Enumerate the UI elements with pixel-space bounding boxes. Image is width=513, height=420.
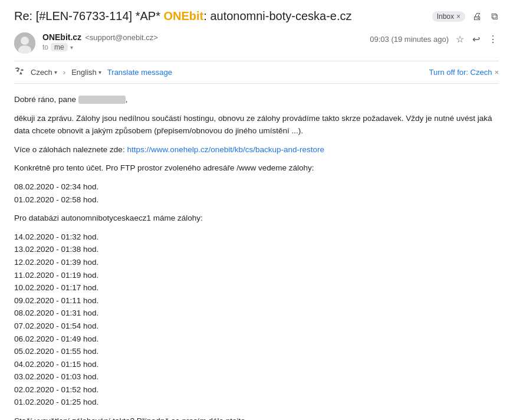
db-backup-item: 03.02.2020 - 01:03 hod. [14, 370, 499, 383]
db-backup-item: 13.02.2020 - 01:38 hod. [14, 243, 499, 256]
backup-restore-link[interactable]: https://www.onehelp.cz/onebit/kb/cs/back… [127, 145, 324, 154]
inbox-close-icon[interactable]: × [456, 12, 461, 21]
subject-icons: 🖨 ⧉ [471, 10, 499, 23]
greeting-text: Dobré ráno, pane [14, 95, 76, 104]
to-label: to [42, 43, 48, 51]
sender-info: ONEbit.cz <support@onebit.cz> to me ▾ [42, 32, 363, 51]
ftp-backup-list: 08.02.2020 - 02:34 hod.01.02.2020 - 02:5… [14, 181, 499, 206]
email-container: Re: [#LEN-76733-114] *AP* ONEbit: autono… [0, 0, 513, 420]
subject-row: Re: [#LEN-76733-114] *AP* ONEbit: autono… [14, 9, 499, 23]
popout-button[interactable]: ⧉ [490, 10, 499, 23]
db-backup-item: 06.02.2020 - 01:49 hod. [14, 333, 499, 346]
target-lang-arrow-icon: ▾ [98, 69, 101, 76]
email-body: Dobré ráno, pane , děkuji za zprávu. Zál… [14, 93, 499, 420]
source-lang-arrow-icon: ▾ [54, 69, 57, 76]
turn-off-label: Turn off for: Czech [429, 68, 492, 77]
translate-icon [14, 66, 25, 78]
sender-name-row: ONEbit.cz <support@onebit.cz> [42, 32, 363, 42]
para4: Pro databázi autonomnibotyceskaecz1 máme… [14, 212, 499, 225]
db-backup-item: 05.02.2020 - 01:55 hod. [14, 345, 499, 358]
ftp-backup-item: 08.02.2020 - 02:34 hod. [14, 181, 499, 193]
para1: děkuji za zprávu. Zálohy jsou nedílnou s… [14, 112, 499, 137]
chevron-right-icon: › [63, 68, 65, 77]
source-lang-button[interactable]: Czech ▾ [29, 68, 58, 77]
turn-off-close-icon[interactable]: × [494, 68, 499, 77]
source-lang-label: Czech [31, 68, 52, 77]
sender-name: ONEbit.cz [42, 32, 81, 42]
greeting-suffix: , [126, 95, 128, 104]
inbox-badge: Inbox × [432, 11, 465, 22]
db-backup-item: 08.02.2020 - 01:31 hod. [14, 307, 499, 320]
target-lang-button[interactable]: English ▾ [70, 68, 103, 77]
to-row: to me ▾ [42, 43, 363, 51]
reply-button[interactable]: ↩ [471, 32, 481, 46]
subject-suffix: : autonomni-boty-ceska-e.cz [203, 9, 351, 22]
target-lang-label: English [71, 68, 97, 77]
sender-row: ONEbit.cz <support@onebit.cz> to me ▾ 09… [14, 32, 499, 54]
subject-brand: ONEbit [164, 9, 204, 22]
sender-email: <support@onebit.cz> [85, 33, 158, 42]
turn-off-translation[interactable]: Turn off for: Czech × [429, 68, 499, 77]
recipient-name-blurred [78, 96, 126, 104]
star-button[interactable]: ☆ [455, 32, 465, 46]
db-backup-item: 07.02.2020 - 01:54 hod. [14, 320, 499, 333]
ftp-backup-item: 01.02.2020 - 02:58 hod. [14, 193, 499, 206]
greeting-paragraph: Dobré ráno, pane , [14, 93, 499, 106]
subject-text: Re: [#LEN-76733-114] *AP* ONEbit: autono… [14, 9, 426, 23]
translation-bar: Czech ▾ › English ▾ Translate message Tu… [14, 61, 499, 84]
avatar [14, 32, 35, 54]
print-button[interactable]: 🖨 [471, 10, 483, 23]
db-backup-item: 04.02.2020 - 01:15 hod. [14, 358, 499, 371]
to-name: me [51, 43, 68, 51]
db-backup-item: 02.02.2020 - 01:52 hod. [14, 383, 499, 396]
chevron-down-icon[interactable]: ▾ [70, 44, 73, 51]
db-backup-list: 14.02.2020 - 01:32 hod.13.02.2020 - 01:3… [14, 231, 499, 409]
translate-message-link[interactable]: Translate message [107, 68, 172, 77]
db-backup-item: 11.02.2020 - 01:19 hod. [14, 269, 499, 282]
db-backup-item: 14.02.2020 - 01:32 hod. [14, 231, 499, 244]
more-button[interactable]: ⋮ [487, 32, 499, 46]
sender-meta: 09:03 (19 minutes ago) ☆ ↩ ⋮ [370, 32, 499, 46]
timestamp: 09:03 (19 minutes ago) [370, 35, 449, 44]
para5: Stačí vysvětlení zálohování takto? Přípa… [14, 415, 499, 420]
db-backup-item: 09.02.2020 - 01:11 hod. [14, 294, 499, 307]
subject-prefix: Re: [#LEN-76733-114] *AP* [14, 9, 164, 22]
db-backup-item: 10.02.2020 - 01:17 hod. [14, 281, 499, 294]
db-backup-item: 12.02.2020 - 01:39 hod. [14, 256, 499, 269]
svg-point-1 [21, 37, 29, 45]
para2-prefix: Více o zálohách naleznete zde: [14, 145, 127, 154]
inbox-label: Inbox [437, 12, 454, 21]
db-backup-item: 01.02.2020 - 01:25 hod. [14, 396, 499, 409]
para2: Více o zálohách naleznete zde: https://w… [14, 143, 499, 156]
para3: Konkrétně pro tento účet. Pro FTP prosto… [14, 162, 499, 175]
